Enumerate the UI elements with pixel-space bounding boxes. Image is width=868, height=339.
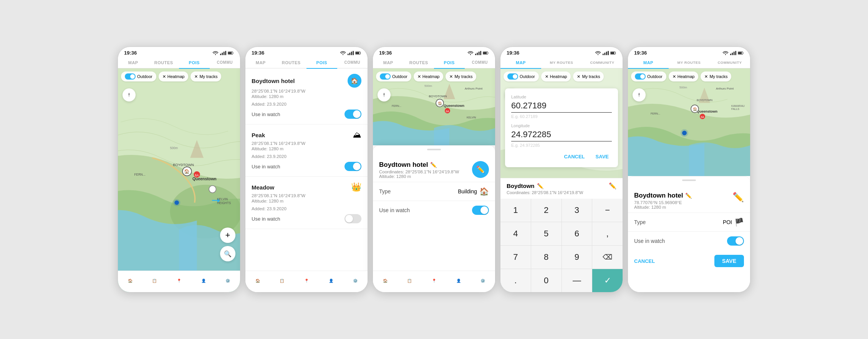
outdoor-switch-1[interactable] bbox=[125, 73, 136, 80]
outdoor-label-3: Outdoor bbox=[392, 74, 407, 79]
detail-title-3: Boydtown hotel bbox=[379, 161, 428, 169]
numpad-dot[interactable]: . bbox=[500, 269, 531, 292]
bottom-nav-list-1[interactable]: 📋 bbox=[152, 279, 157, 283]
numpad-backspace[interactable]: ⌫ bbox=[592, 246, 623, 269]
pill-mytracks-5[interactable]: ✕ My tracks bbox=[701, 71, 731, 81]
lat-label-4: Latitude bbox=[511, 95, 612, 99]
detail-watch-toggle-5[interactable] bbox=[727, 236, 744, 246]
pill-outdoor-4[interactable]: Outdoor bbox=[504, 71, 539, 81]
numpad-1[interactable]: 1 bbox=[500, 199, 531, 222]
pill-outdoor-5[interactable]: Outdoor bbox=[631, 71, 666, 81]
detail-type-label-3: Type bbox=[379, 188, 391, 194]
numpad-check[interactable]: ✓ bbox=[592, 269, 623, 292]
lat-value-4[interactable]: 60.27189 bbox=[511, 101, 612, 113]
svg-rect-27 bbox=[348, 53, 349, 55]
pill-mytracks-1[interactable]: ✕ My tracks bbox=[190, 71, 221, 81]
nav-arrow-btn-5[interactable] bbox=[633, 88, 646, 101]
pill-heatmap-4[interactable]: ✕ Heatmap bbox=[541, 71, 571, 81]
numpad-8[interactable]: 8 bbox=[531, 246, 562, 269]
poi-watch-toggle-peak[interactable] bbox=[345, 162, 361, 171]
numpad-0[interactable]: 0 bbox=[531, 269, 562, 292]
edit-icon-5[interactable]: ✏️ bbox=[685, 193, 692, 199]
s5-save-btn-5[interactable]: SAVE bbox=[714, 255, 744, 267]
numpad-minus[interactable]: − bbox=[592, 199, 623, 222]
bottom-nav-location-2[interactable]: 📍 bbox=[304, 279, 309, 283]
outdoor-switch-4[interactable] bbox=[507, 73, 518, 80]
detail-type-value-row-3: Building 🏠 bbox=[458, 187, 489, 196]
tab-myroutes-4[interactable]: MY ROUTES bbox=[541, 57, 582, 68]
save-btn-4[interactable]: SAVE bbox=[593, 152, 612, 161]
signal-icon-2 bbox=[348, 51, 354, 55]
bottom-nav-settings-1[interactable]: ⚙️ bbox=[225, 279, 230, 283]
numpad-comma[interactable]: , bbox=[592, 222, 623, 245]
pill-heatmap-1[interactable]: ✕ Heatmap bbox=[159, 71, 189, 81]
s5-cancel-btn-5[interactable]: CANCEL bbox=[634, 258, 655, 264]
lng-value-4[interactable]: 24.972285 bbox=[511, 130, 612, 141]
poi-item-boydtown[interactable]: Boydtown hotel 🏠 28°25'08.1"N 16°24'19.8… bbox=[245, 68, 368, 125]
bottom-nav-person-2[interactable]: 👤 bbox=[329, 279, 333, 283]
tab-routes-2[interactable]: ROUTES bbox=[276, 57, 307, 68]
poi-item-peak[interactable]: Peak ⛰ 28°25'08.1"N 16°24'19.8"W Altitud… bbox=[245, 125, 368, 177]
pill-mytracks-4[interactable]: ✕ My tracks bbox=[573, 71, 604, 81]
tab-pois-3[interactable]: POIS bbox=[434, 57, 465, 68]
tab-commu-3[interactable]: COMMU bbox=[465, 57, 495, 68]
zoom-in-btn-1[interactable]: + bbox=[220, 228, 235, 243]
tab-community-4[interactable]: COMMUNITY bbox=[582, 57, 623, 68]
poi-item-meadow[interactable]: Meadow 👑 28°25'08.1"N 16°24'19.8"W Altit… bbox=[245, 177, 368, 229]
bottom-nav-location-3[interactable]: 📍 bbox=[432, 279, 436, 283]
tab-routes-3[interactable]: ROUTES bbox=[404, 57, 434, 68]
detail-watch-toggle-3[interactable] bbox=[472, 206, 489, 215]
tab-map-5[interactable]: MAP bbox=[628, 57, 669, 68]
numpad-dash[interactable]: — bbox=[562, 269, 592, 292]
tab-community-5[interactable]: COMMUNITY bbox=[709, 57, 750, 68]
numpad-7[interactable]: 7 bbox=[500, 246, 531, 269]
poi-watch-toggle-boydtown[interactable] bbox=[345, 110, 361, 119]
svg-rect-28 bbox=[349, 53, 350, 55]
bottom-nav-person-1[interactable]: 👤 bbox=[201, 279, 206, 283]
numpad-3[interactable]: 3 bbox=[562, 199, 592, 222]
tab-routes-1[interactable]: ROUTES bbox=[149, 57, 179, 68]
numpad-5[interactable]: 5 bbox=[531, 222, 562, 245]
bottom-nav-home-3[interactable]: 🏠 bbox=[383, 279, 388, 283]
map-controls-1: + 🔍 bbox=[220, 228, 235, 261]
poi-icon-meadow: 👑 bbox=[351, 182, 361, 192]
bottom-nav-settings-3[interactable]: ⚙️ bbox=[480, 279, 485, 283]
bottom-nav-location-1[interactable]: 📍 bbox=[177, 279, 181, 283]
pill-outdoor-3[interactable]: Outdoor bbox=[376, 71, 411, 81]
numpad-9[interactable]: 9 bbox=[562, 246, 592, 269]
pill-outdoor-1[interactable]: Outdoor bbox=[121, 71, 156, 81]
edit-icon-3[interactable]: ✏️ bbox=[430, 162, 437, 168]
numpad-6[interactable]: 6 bbox=[562, 222, 592, 245]
bottom-nav-settings-2[interactable]: ⚙️ bbox=[353, 279, 358, 283]
bottom-nav-list-2[interactable]: 📋 bbox=[280, 279, 284, 283]
cancel-btn-4[interactable]: CANCEL bbox=[561, 152, 588, 161]
tab-pois-2[interactable]: POIS bbox=[306, 57, 337, 68]
tab-commu-1[interactable]: COMMU bbox=[210, 57, 240, 68]
tab-commu-2[interactable]: COMMU bbox=[337, 57, 368, 68]
bottom-nav-list-3[interactable]: 📋 bbox=[407, 279, 412, 283]
bottom-nav-home-1[interactable]: 🏠 bbox=[128, 279, 133, 283]
bottom-nav-2: 🏠 📋 📍 👤 ⚙️ bbox=[245, 271, 368, 292]
detail-coords-3: Coordinates: 28°25'08.1"N 16°24'19.8"W bbox=[379, 170, 459, 174]
tab-myroutes-5[interactable]: MY ROUTES bbox=[669, 57, 709, 68]
search-btn-1[interactable]: 🔍 bbox=[220, 246, 235, 261]
tab-map-2[interactable]: MAP bbox=[245, 57, 276, 68]
nav-arrow-btn-1[interactable] bbox=[123, 88, 136, 101]
detail-type-text-5: POI bbox=[723, 219, 732, 225]
numpad-2[interactable]: 2 bbox=[531, 199, 562, 222]
tab-map-3[interactable]: MAP bbox=[373, 57, 404, 68]
pill-heatmap-5[interactable]: ✕ Heatmap bbox=[669, 71, 699, 81]
outdoor-switch-5[interactable] bbox=[635, 73, 646, 80]
pill-mytracks-3[interactable]: ✕ My tracks bbox=[446, 71, 476, 81]
outdoor-switch-3[interactable] bbox=[380, 73, 391, 80]
nav-arrow-btn-3[interactable] bbox=[378, 88, 391, 101]
poi-bar-edit-icon-4[interactable]: ✏️ bbox=[537, 183, 543, 189]
pill-heatmap-3[interactable]: ✕ Heatmap bbox=[414, 71, 444, 81]
bottom-nav-home-2[interactable]: 🏠 bbox=[255, 279, 260, 283]
tab-map-4[interactable]: MAP bbox=[500, 57, 541, 68]
bottom-nav-person-3[interactable]: 👤 bbox=[456, 279, 461, 283]
tab-map-1[interactable]: MAP bbox=[118, 57, 149, 68]
tab-pois-1[interactable]: POIS bbox=[179, 57, 210, 68]
poi-watch-toggle-meadow[interactable] bbox=[345, 214, 361, 223]
numpad-4[interactable]: 4 bbox=[500, 222, 531, 245]
